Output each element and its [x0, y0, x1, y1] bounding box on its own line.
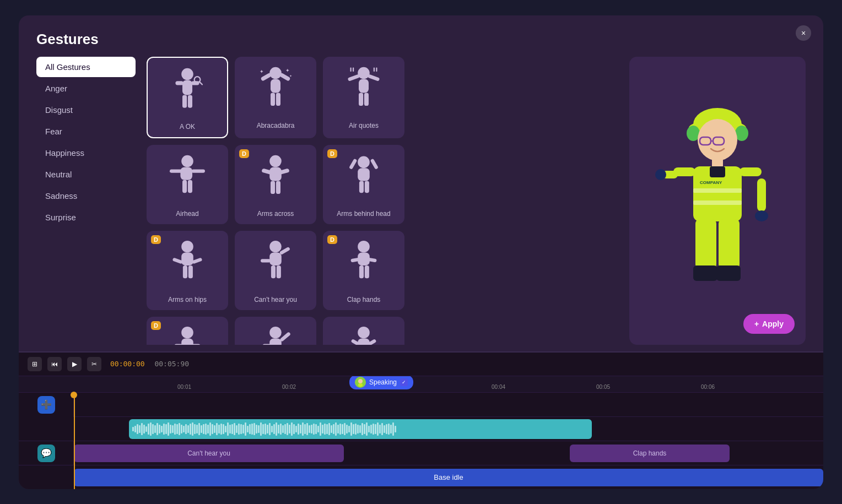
add-track-icon[interactable]: ➕: [37, 396, 55, 414]
gesture-card-air-quotes[interactable]: Air quotes: [323, 57, 404, 138]
svg-point-77: [358, 326, 370, 338]
waveform-bar: [203, 424, 204, 434]
close-button[interactable]: ×: [796, 25, 811, 41]
sidebar-item-fear[interactable]: Fear: [36, 121, 136, 142]
gesture-name-abracadabra: Abracadabra: [257, 122, 295, 129]
gesture-card-10[interactable]: D: [147, 317, 228, 345]
waveform-bar: [262, 424, 264, 434]
waveform-bar: [370, 425, 372, 433]
waveform-bar: [240, 424, 242, 434]
apply-button[interactable]: + Apply: [743, 314, 795, 334]
waveform-bar: [339, 424, 341, 435]
waveform-bar: [293, 424, 295, 434]
waveform-bar: [205, 424, 207, 435]
base-idle-track[interactable]: Base idle: [74, 469, 823, 486]
waveform-bar: [216, 423, 218, 435]
sidebar-item-anger[interactable]: Anger: [36, 78, 136, 99]
gesture-name-arms-behind-head: Arms behind head: [337, 210, 390, 218]
waveform-bar: [333, 424, 334, 434]
sidebar-item-neutral[interactable]: Neutral: [36, 164, 136, 185]
grid-view-button[interactable]: ⊞: [28, 357, 42, 371]
base-track-content: Base idle: [74, 465, 823, 489]
gesture-12-icon: [342, 326, 386, 345]
gesture-11-icon: [253, 326, 298, 345]
svg-point-98: [655, 169, 666, 180]
gesture-name-cant-hear-you: Can't hear you: [254, 296, 297, 304]
gesture-card-cant-hear-you[interactable]: Can't hear you: [235, 231, 316, 310]
svg-rect-67: [175, 344, 185, 345]
gesture-figure-clap-hands: [336, 237, 391, 292]
waveform-bar: [145, 426, 147, 432]
svg-point-71: [269, 326, 282, 338]
waveform-bar: [353, 424, 354, 434]
play-button[interactable]: ▶: [67, 357, 82, 371]
track-row-audio: 💬: [19, 417, 823, 441]
waveform-bar: [165, 424, 167, 434]
waveform-bar: [282, 425, 284, 433]
waveform-bar: [223, 424, 224, 434]
waveform-bar: [176, 424, 178, 434]
waveform-bar: [172, 425, 174, 433]
gesture-card-12[interactable]: [323, 317, 404, 345]
svg-rect-34: [188, 180, 192, 192]
svg-rect-48: [181, 252, 193, 265]
gesture-name-a-ok: A OK: [180, 123, 195, 131]
track-row-add: ➕: [19, 393, 823, 417]
d-badge-arms-across: D: [239, 149, 249, 158]
gesture-card-arms-behind-head[interactable]: D Arms behind: [323, 145, 404, 224]
track-row-base: 🧍 Base idle: [19, 465, 823, 489]
gesture-figure-11: [248, 323, 303, 345]
waveform-bar: [236, 425, 238, 433]
gesture-figure-arms-behind-head: [336, 151, 391, 207]
skip-back-button[interactable]: ⏮: [47, 357, 62, 371]
gesture-card-arms-on-hips[interactable]: D Arms on hip: [147, 231, 228, 310]
svg-rect-58: [277, 265, 281, 278]
svg-rect-56: [261, 259, 271, 262]
svg-line-7: [199, 82, 202, 84]
gesture-card-11[interactable]: [235, 317, 316, 345]
total-duration: 00:05:90: [150, 360, 189, 368]
sidebar-item-surprise[interactable]: Surprise: [36, 207, 136, 227]
waveform-bar: [322, 425, 323, 433]
waveform-bar: [306, 423, 308, 435]
gesture-block-cant-hear-you[interactable]: Can't hear you: [74, 445, 344, 462]
waveform-bar: [201, 425, 202, 433]
speaking-badge[interactable]: Speaking ✓: [349, 376, 413, 389]
gesture-card-airhead[interactable]: ← → Airhead: [147, 145, 228, 224]
svg-text:✦: ✦: [289, 73, 292, 77]
waveform-bar: [320, 422, 321, 436]
gesture-card-a-ok[interactable]: A OK: [147, 57, 228, 138]
waveform: [132, 420, 589, 438]
waveform-bar: [273, 424, 275, 434]
waveform-bar: [256, 425, 257, 433]
svg-point-65: [181, 326, 193, 338]
trim-button[interactable]: ✂: [87, 357, 101, 371]
waveform-bar: [185, 424, 187, 434]
waveform-bar: [247, 426, 249, 432]
d-badge-10: D: [151, 321, 161, 330]
audio-waveform[interactable]: [129, 419, 592, 439]
waveform-bar: [265, 424, 266, 435]
waveform-bar: [143, 425, 145, 433]
svg-point-17: [358, 67, 370, 79]
gesture-grid-container[interactable]: A OK ✦: [147, 57, 618, 345]
d-badge-arms-behind-head: D: [327, 149, 337, 158]
waveform-bar: [231, 424, 233, 434]
svg-text:COMPANY: COMPANY: [700, 180, 722, 185]
gesture-card-clap-hands[interactable]: D Clap hands: [323, 231, 404, 310]
gesture-block-clap-hands[interactable]: Clap hands: [570, 445, 730, 462]
current-time: 00:00:00: [110, 360, 145, 368]
gesture-card-abracadabra[interactable]: ✦ ✦ ✦ Abracadabra: [235, 57, 316, 138]
gesture-figure-arms-on-hips: [160, 237, 215, 292]
gesture-figure-airhead: ← →: [160, 151, 215, 207]
svg-rect-66: [181, 338, 193, 345]
sidebar-item-disgust[interactable]: Disgust: [36, 100, 136, 120]
clap-hands-icon: [342, 240, 386, 290]
svg-rect-9: [271, 79, 280, 93]
sidebar-item-happiness[interactable]: Happiness: [36, 143, 136, 163]
sidebar-item-all-gestures[interactable]: All Gestures: [36, 57, 136, 77]
svg-text:→: →: [200, 169, 204, 174]
gesture-card-arms-across[interactable]: D Arms across: [235, 145, 316, 224]
svg-rect-40: [276, 181, 280, 193]
sidebar-item-sadness[interactable]: Sadness: [36, 186, 136, 206]
